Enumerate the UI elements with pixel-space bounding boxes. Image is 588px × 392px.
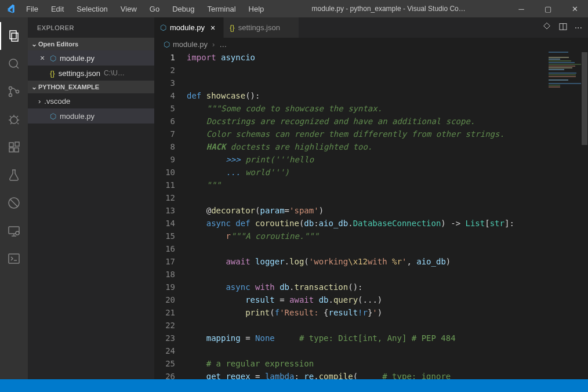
line-number: 19 (154, 281, 175, 293)
line-number: 6 (154, 115, 175, 128)
menu-help[interactable]: Help (244, 2, 270, 16)
menu-selection[interactable]: Selection (71, 2, 112, 16)
code-line[interactable]: await logger.log('working\x12with %r', a… (187, 255, 588, 268)
code-line[interactable]: import asyncio (187, 51, 588, 64)
code-line[interactable]: result = await db.query(...) (187, 293, 588, 306)
sidebar: Explorer ⌄ Open Editors ×⬡module.py{}set… (28, 17, 154, 379)
minimize-button[interactable]: ─ (508, 0, 535, 17)
activity-no-icon[interactable] (0, 189, 28, 217)
close-icon[interactable]: × (208, 23, 217, 32)
svg-rect-14 (9, 254, 19, 263)
line-number: 16 (154, 242, 175, 255)
titlebar: FileEditSelectionViewGoDebugTerminalHelp… (0, 0, 588, 17)
code-line[interactable] (187, 77, 588, 89)
menubar: FileEditSelectionViewGoDebugTerminalHelp (21, 2, 269, 16)
line-number: 13 (154, 204, 175, 217)
line-number: 14 (154, 217, 175, 230)
folder-item[interactable]: ›.vscode (28, 93, 154, 108)
code-line[interactable] (187, 344, 588, 357)
line-number: 9 (154, 153, 175, 166)
minimap[interactable] (546, 51, 581, 379)
close-button[interactable]: ✕ (561, 0, 588, 17)
open-editors-header[interactable]: ⌄ Open Editors (28, 38, 154, 50)
compare-icon[interactable] (542, 22, 551, 34)
svg-rect-10 (15, 142, 19, 146)
sidebar-title: Explorer (28, 17, 154, 38)
activity-remote-icon[interactable] (0, 217, 28, 245)
open-editor-item[interactable]: ×⬡module.py (28, 50, 154, 66)
svg-rect-0 (10, 31, 16, 39)
folder-header[interactable]: ⌄ PYTHON_EXAMPLE (28, 81, 154, 93)
code-line[interactable]: """ (187, 179, 588, 191)
menu-go[interactable]: Go (144, 2, 165, 16)
menu-edit[interactable]: Edit (46, 2, 69, 16)
open-editor-label: module.py (60, 54, 95, 63)
split-editor-icon[interactable] (558, 22, 568, 34)
tab-label: settings.json (238, 23, 280, 32)
code-line[interactable] (187, 242, 588, 255)
python-file-icon: ⬡ (50, 112, 56, 121)
code-line[interactable] (187, 319, 588, 332)
code-line[interactable]: HACK doctests are highlighted too. (187, 140, 588, 153)
menu-view[interactable]: View (115, 2, 142, 16)
vscode-logo-icon (5, 3, 16, 14)
code-line[interactable]: async with db.transaction(): (187, 281, 588, 293)
menu-file[interactable]: File (21, 2, 43, 16)
code-line[interactable]: mapping = None # type: Dict[int, Any] # … (187, 332, 588, 344)
maximize-button[interactable]: ▢ (535, 0, 561, 17)
line-number: 20 (154, 293, 175, 306)
code-line[interactable]: Color schemas can render them differentl… (187, 128, 588, 140)
activity-testing-icon[interactable] (0, 161, 28, 189)
svg-rect-9 (14, 148, 19, 152)
window-title: module.py - python_example - Visual Stud… (269, 5, 508, 13)
code-line[interactable]: print(f'Result: {result!r}') (187, 306, 588, 319)
close-icon[interactable]: × (38, 53, 46, 63)
code-line[interactable]: >>> print('''hello (187, 153, 588, 166)
activity-explorer-icon[interactable] (0, 22, 28, 50)
editor-tab[interactable]: {}settings.json (224, 17, 299, 38)
open-editor-item[interactable]: {}settings.jsonC:\U… (28, 66, 154, 81)
code-line[interactable]: """Some code to showcase the syntax. (187, 102, 588, 115)
line-number: 3 (154, 77, 175, 89)
more-actions-icon[interactable]: ··· (575, 23, 582, 33)
line-number: 26 (154, 370, 175, 379)
python-file-icon: ⬡ (164, 40, 170, 49)
code-editor[interactable]: 1234567891011121314151617181920212223242… (154, 51, 588, 379)
vertical-scrollbar[interactable] (581, 51, 588, 379)
line-number: 1 (154, 51, 175, 64)
activity-console-icon[interactable] (0, 245, 28, 273)
breadcrumb-file: module.py (173, 40, 208, 49)
svg-rect-8 (9, 148, 13, 152)
svg-point-5 (16, 90, 19, 93)
line-number: 15 (154, 230, 175, 242)
code-line[interactable] (187, 268, 588, 281)
code-line[interactable]: Docstrings are recognized and have an ad… (187, 115, 588, 128)
activity-scm-icon[interactable] (0, 78, 28, 106)
activity-search-icon[interactable] (0, 50, 28, 78)
svg-point-6 (10, 117, 17, 124)
menu-debug[interactable]: Debug (167, 2, 199, 16)
open-editors-label: Open Editors (38, 41, 78, 48)
chevron-right-icon: › (38, 97, 41, 106)
menu-terminal[interactable]: Terminal (202, 2, 241, 16)
status-bar[interactable] (0, 379, 588, 392)
editor-area: ⬡module.py×{}settings.json ··· ⬡module.p… (154, 17, 588, 379)
scrollbar-thumb[interactable] (582, 52, 587, 145)
activity-extensions-icon[interactable] (0, 133, 28, 161)
code-line[interactable]: ... world''') (187, 166, 588, 179)
file-item[interactable]: ⬡module.py (28, 108, 154, 124)
line-number: 4 (154, 89, 175, 102)
code-line[interactable]: def showcase(): (187, 89, 588, 102)
code-line[interactable]: get_regex = lambda: re.compile( # type: … (187, 370, 588, 379)
code-line[interactable]: r"""A coroutine.""" (187, 230, 588, 242)
editor-tab[interactable]: ⬡module.py× (154, 17, 224, 38)
code-line[interactable]: @decorator(param='spam') (187, 204, 588, 217)
code-line[interactable]: async def coroutine(db:aio_db.DatabaseCo… (187, 217, 588, 230)
code-line[interactable] (187, 64, 588, 77)
line-number: 12 (154, 191, 175, 204)
breadcrumb[interactable]: ⬡module.py › … (154, 38, 588, 51)
line-number: 23 (154, 332, 175, 344)
code-line[interactable]: # a regular expression (187, 357, 588, 370)
code-line[interactable] (187, 191, 588, 204)
activity-debug-icon[interactable] (0, 106, 28, 133)
